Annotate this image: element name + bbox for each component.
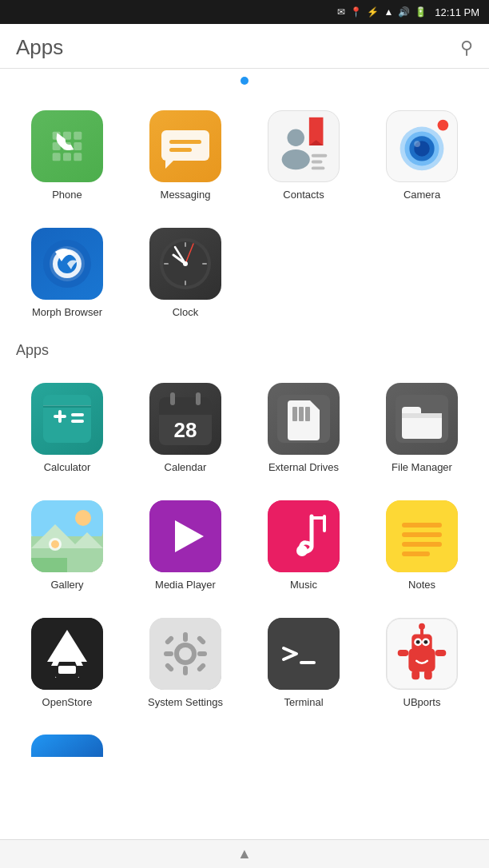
search-button[interactable]: ⚲ <box>460 38 473 58</box>
svg-rect-49 <box>159 407 212 415</box>
svg-rect-112 <box>435 650 447 656</box>
system-settings-svg <box>149 618 221 690</box>
media-player-svg <box>149 500 221 572</box>
clock-svg <box>149 228 221 300</box>
app-name-system-settings: System Settings <box>148 696 223 710</box>
svg-rect-80 <box>402 532 442 537</box>
app-icon-messaging <box>149 110 221 182</box>
app-icon-system-settings <box>149 618 221 690</box>
notes-svg <box>386 500 458 572</box>
app-name-notes: Notes <box>408 579 435 592</box>
svg-rect-11 <box>169 148 192 152</box>
svg-rect-71 <box>31 558 67 572</box>
svg-rect-101 <box>300 661 316 664</box>
svg-rect-57 <box>299 407 304 421</box>
svg-rect-44 <box>71 420 84 423</box>
app-name-ubports: UBports <box>404 696 441 710</box>
svg-rect-52 <box>196 392 201 405</box>
svg-rect-2 <box>74 132 82 140</box>
app-item-clock[interactable]: Clock <box>126 217 245 334</box>
app-item-gallery[interactable]: Gallery <box>8 489 126 607</box>
file-manager-svg <box>386 383 458 455</box>
wifi-icon: ▲ <box>384 6 393 18</box>
app-item-notes[interactable]: Notes <box>363 489 481 607</box>
app-icon-phone <box>31 110 103 182</box>
svg-rect-82 <box>402 551 430 556</box>
svg-rect-81 <box>402 542 442 547</box>
app-icon-camera <box>386 110 458 182</box>
external-drives-svg <box>268 383 340 455</box>
app-icon-terminal <box>268 618 340 690</box>
svg-rect-35 <box>202 263 207 265</box>
bottom-bar: ▲ <box>0 839 489 868</box>
svg-rect-40 <box>43 395 91 443</box>
svg-point-67 <box>75 510 91 526</box>
mail-icon: ✉ <box>337 6 345 18</box>
app-icon-gallery <box>31 500 103 572</box>
app-name-openstore: OpenStore <box>42 696 93 710</box>
svg-rect-42 <box>58 410 62 423</box>
gallery-svg <box>31 500 103 572</box>
app-item-partial[interactable] <box>8 723 126 771</box>
app-name-external-drives: External Drives <box>268 461 339 475</box>
app-item-media-player[interactable]: Media Player <box>126 489 245 607</box>
svg-rect-32 <box>185 242 186 247</box>
app-name-camera: Camera <box>404 189 440 202</box>
svg-rect-111 <box>398 650 409 656</box>
svg-point-77 <box>296 545 308 556</box>
page-title: Apps <box>16 35 63 60</box>
app-item-camera[interactable]: Camera <box>363 99 481 217</box>
app-item-external-drives[interactable]: External Drives <box>245 372 363 489</box>
bluetooth-icon: ⚡ <box>367 6 379 18</box>
svg-rect-92 <box>183 632 188 642</box>
svg-rect-18 <box>312 161 323 164</box>
app-icon-morph-browser <box>31 228 103 300</box>
svg-rect-114 <box>424 670 432 679</box>
music-svg <box>268 500 340 572</box>
app-name-clock: Clock <box>173 306 199 320</box>
calendar-svg: 28 <box>149 383 221 455</box>
app-item-calculator[interactable]: Calculator <box>8 372 126 489</box>
svg-rect-5 <box>74 142 82 150</box>
ubports-svg <box>387 619 457 689</box>
app-item-openstore[interactable]: OpenStore <box>8 607 126 724</box>
apps-section-label: Apps <box>0 334 489 364</box>
svg-point-25 <box>414 141 420 147</box>
app-item-music[interactable]: Music <box>245 489 363 607</box>
page-indicator <box>0 69 489 91</box>
app-item-ubports[interactable]: UBports <box>363 607 481 724</box>
app-icon-clock <box>149 228 221 300</box>
app-item-system-settings[interactable]: System Settings <box>126 607 245 724</box>
svg-rect-86 <box>58 666 76 674</box>
app-item-messaging[interactable]: Messaging <box>126 99 245 217</box>
app-icon-calendar: 28 <box>149 383 221 455</box>
app-item-morph-browser[interactable]: Morph Browser <box>8 217 126 334</box>
status-time: 12:11 PM <box>435 6 479 18</box>
svg-rect-75 <box>310 516 324 520</box>
app-item-file-manager[interactable]: File Manager <box>363 372 481 489</box>
app-name-messaging: Messaging <box>161 189 211 202</box>
svg-rect-8 <box>74 153 82 161</box>
app-item-terminal[interactable]: Terminal <box>245 607 363 724</box>
svg-rect-95 <box>197 651 207 656</box>
svg-rect-79 <box>402 523 442 528</box>
active-dot <box>241 77 248 85</box>
svg-point-110 <box>419 623 425 629</box>
app-item-phone[interactable]: Phone <box>8 99 126 217</box>
svg-rect-7 <box>63 153 71 161</box>
morph-svg <box>31 228 103 300</box>
svg-point-69 <box>51 540 59 548</box>
svg-rect-100 <box>268 618 340 690</box>
svg-rect-10 <box>169 140 201 144</box>
app-name-media-player: Media Player <box>155 579 216 592</box>
apps-app-grid: Calculator 28 Calendar <box>0 364 489 724</box>
app-icon-external-drives <box>268 383 340 455</box>
app-item-calendar[interactable]: 28 Calendar <box>126 372 245 489</box>
app-item-contacts[interactable]: Contacts <box>245 99 363 217</box>
messaging-svg <box>149 110 221 182</box>
bottom-chevron-icon[interactable]: ▲ <box>237 846 252 862</box>
svg-point-91 <box>179 647 192 660</box>
svg-marker-12 <box>165 161 173 169</box>
svg-rect-93 <box>183 666 188 675</box>
svg-rect-19 <box>312 166 325 169</box>
